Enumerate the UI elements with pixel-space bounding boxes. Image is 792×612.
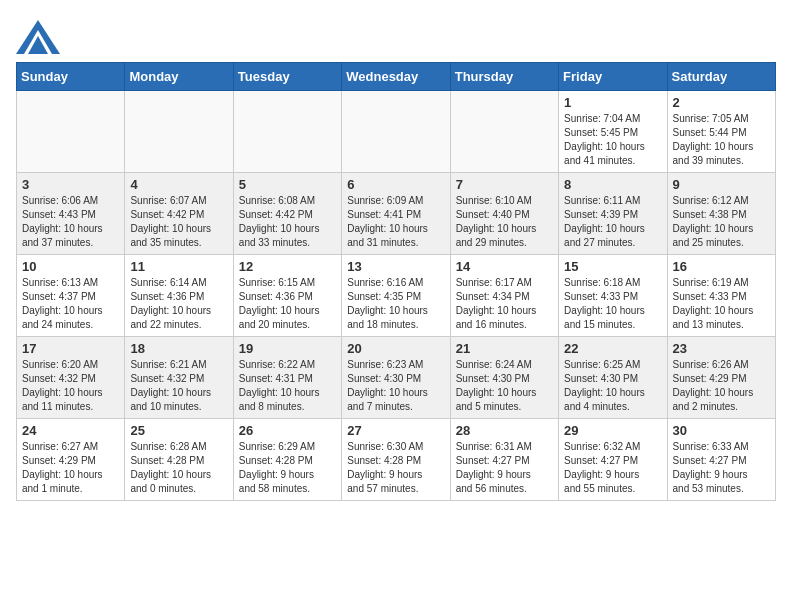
- calendar-cell: 22Sunrise: 6:25 AM Sunset: 4:30 PM Dayli…: [559, 337, 667, 419]
- day-info: Sunrise: 6:26 AM Sunset: 4:29 PM Dayligh…: [673, 358, 770, 414]
- weekday-header-tuesday: Tuesday: [233, 63, 341, 91]
- calendar-cell: 5Sunrise: 6:08 AM Sunset: 4:42 PM Daylig…: [233, 173, 341, 255]
- day-number: 22: [564, 341, 661, 356]
- day-info: Sunrise: 7:04 AM Sunset: 5:45 PM Dayligh…: [564, 112, 661, 168]
- calendar-cell: 9Sunrise: 6:12 AM Sunset: 4:38 PM Daylig…: [667, 173, 775, 255]
- calendar-table: SundayMondayTuesdayWednesdayThursdayFrid…: [16, 62, 776, 501]
- day-info: Sunrise: 6:25 AM Sunset: 4:30 PM Dayligh…: [564, 358, 661, 414]
- day-number: 15: [564, 259, 661, 274]
- day-info: Sunrise: 6:17 AM Sunset: 4:34 PM Dayligh…: [456, 276, 553, 332]
- day-info: Sunrise: 6:29 AM Sunset: 4:28 PM Dayligh…: [239, 440, 336, 496]
- calendar-cell: 16Sunrise: 6:19 AM Sunset: 4:33 PM Dayli…: [667, 255, 775, 337]
- calendar-cell: 8Sunrise: 6:11 AM Sunset: 4:39 PM Daylig…: [559, 173, 667, 255]
- day-info: Sunrise: 6:10 AM Sunset: 4:40 PM Dayligh…: [456, 194, 553, 250]
- day-number: 25: [130, 423, 227, 438]
- calendar-cell: 2Sunrise: 7:05 AM Sunset: 5:44 PM Daylig…: [667, 91, 775, 173]
- day-info: Sunrise: 6:15 AM Sunset: 4:36 PM Dayligh…: [239, 276, 336, 332]
- calendar-cell: 23Sunrise: 6:26 AM Sunset: 4:29 PM Dayli…: [667, 337, 775, 419]
- day-number: 21: [456, 341, 553, 356]
- weekday-header-monday: Monday: [125, 63, 233, 91]
- logo-icon: [16, 16, 60, 54]
- calendar-cell: [450, 91, 558, 173]
- day-number: 13: [347, 259, 444, 274]
- day-number: 2: [673, 95, 770, 110]
- calendar-cell: 20Sunrise: 6:23 AM Sunset: 4:30 PM Dayli…: [342, 337, 450, 419]
- day-info: Sunrise: 6:18 AM Sunset: 4:33 PM Dayligh…: [564, 276, 661, 332]
- logo: [16, 16, 64, 54]
- calendar-week-row: 24Sunrise: 6:27 AM Sunset: 4:29 PM Dayli…: [17, 419, 776, 501]
- day-number: 19: [239, 341, 336, 356]
- day-number: 1: [564, 95, 661, 110]
- calendar-week-row: 3Sunrise: 6:06 AM Sunset: 4:43 PM Daylig…: [17, 173, 776, 255]
- day-info: Sunrise: 6:11 AM Sunset: 4:39 PM Dayligh…: [564, 194, 661, 250]
- calendar-cell: 26Sunrise: 6:29 AM Sunset: 4:28 PM Dayli…: [233, 419, 341, 501]
- day-info: Sunrise: 6:24 AM Sunset: 4:30 PM Dayligh…: [456, 358, 553, 414]
- calendar-cell: [233, 91, 341, 173]
- day-info: Sunrise: 6:22 AM Sunset: 4:31 PM Dayligh…: [239, 358, 336, 414]
- calendar-cell: 19Sunrise: 6:22 AM Sunset: 4:31 PM Dayli…: [233, 337, 341, 419]
- day-info: Sunrise: 6:14 AM Sunset: 4:36 PM Dayligh…: [130, 276, 227, 332]
- calendar-week-row: 17Sunrise: 6:20 AM Sunset: 4:32 PM Dayli…: [17, 337, 776, 419]
- calendar-cell: 21Sunrise: 6:24 AM Sunset: 4:30 PM Dayli…: [450, 337, 558, 419]
- day-info: Sunrise: 6:32 AM Sunset: 4:27 PM Dayligh…: [564, 440, 661, 496]
- day-number: 4: [130, 177, 227, 192]
- weekday-header-friday: Friday: [559, 63, 667, 91]
- day-number: 26: [239, 423, 336, 438]
- weekday-header-sunday: Sunday: [17, 63, 125, 91]
- calendar-cell: 4Sunrise: 6:07 AM Sunset: 4:42 PM Daylig…: [125, 173, 233, 255]
- day-info: Sunrise: 6:28 AM Sunset: 4:28 PM Dayligh…: [130, 440, 227, 496]
- day-info: Sunrise: 6:30 AM Sunset: 4:28 PM Dayligh…: [347, 440, 444, 496]
- day-number: 27: [347, 423, 444, 438]
- day-number: 20: [347, 341, 444, 356]
- day-info: Sunrise: 6:07 AM Sunset: 4:42 PM Dayligh…: [130, 194, 227, 250]
- calendar-cell: 3Sunrise: 6:06 AM Sunset: 4:43 PM Daylig…: [17, 173, 125, 255]
- day-number: 14: [456, 259, 553, 274]
- calendar-cell: 13Sunrise: 6:16 AM Sunset: 4:35 PM Dayli…: [342, 255, 450, 337]
- calendar-cell: 1Sunrise: 7:04 AM Sunset: 5:45 PM Daylig…: [559, 91, 667, 173]
- day-number: 11: [130, 259, 227, 274]
- page-header: [16, 16, 776, 54]
- calendar-cell: 10Sunrise: 6:13 AM Sunset: 4:37 PM Dayli…: [17, 255, 125, 337]
- day-number: 29: [564, 423, 661, 438]
- day-number: 5: [239, 177, 336, 192]
- calendar-cell: 29Sunrise: 6:32 AM Sunset: 4:27 PM Dayli…: [559, 419, 667, 501]
- day-info: Sunrise: 6:19 AM Sunset: 4:33 PM Dayligh…: [673, 276, 770, 332]
- day-info: Sunrise: 6:16 AM Sunset: 4:35 PM Dayligh…: [347, 276, 444, 332]
- calendar-cell: 30Sunrise: 6:33 AM Sunset: 4:27 PM Dayli…: [667, 419, 775, 501]
- calendar-cell: 15Sunrise: 6:18 AM Sunset: 4:33 PM Dayli…: [559, 255, 667, 337]
- day-info: Sunrise: 6:09 AM Sunset: 4:41 PM Dayligh…: [347, 194, 444, 250]
- day-number: 18: [130, 341, 227, 356]
- calendar-cell: 7Sunrise: 6:10 AM Sunset: 4:40 PM Daylig…: [450, 173, 558, 255]
- day-number: 16: [673, 259, 770, 274]
- calendar-cell: 24Sunrise: 6:27 AM Sunset: 4:29 PM Dayli…: [17, 419, 125, 501]
- day-number: 10: [22, 259, 119, 274]
- weekday-header-saturday: Saturday: [667, 63, 775, 91]
- day-number: 17: [22, 341, 119, 356]
- day-number: 12: [239, 259, 336, 274]
- calendar-cell: 25Sunrise: 6:28 AM Sunset: 4:28 PM Dayli…: [125, 419, 233, 501]
- calendar-week-row: 10Sunrise: 6:13 AM Sunset: 4:37 PM Dayli…: [17, 255, 776, 337]
- day-info: Sunrise: 7:05 AM Sunset: 5:44 PM Dayligh…: [673, 112, 770, 168]
- calendar-cell: [125, 91, 233, 173]
- day-number: 6: [347, 177, 444, 192]
- day-number: 9: [673, 177, 770, 192]
- day-info: Sunrise: 6:06 AM Sunset: 4:43 PM Dayligh…: [22, 194, 119, 250]
- calendar-cell: 18Sunrise: 6:21 AM Sunset: 4:32 PM Dayli…: [125, 337, 233, 419]
- day-info: Sunrise: 6:27 AM Sunset: 4:29 PM Dayligh…: [22, 440, 119, 496]
- calendar-cell: 17Sunrise: 6:20 AM Sunset: 4:32 PM Dayli…: [17, 337, 125, 419]
- calendar-cell: [342, 91, 450, 173]
- calendar-cell: [17, 91, 125, 173]
- day-number: 30: [673, 423, 770, 438]
- day-info: Sunrise: 6:21 AM Sunset: 4:32 PM Dayligh…: [130, 358, 227, 414]
- calendar-header-row: SundayMondayTuesdayWednesdayThursdayFrid…: [17, 63, 776, 91]
- day-info: Sunrise: 6:31 AM Sunset: 4:27 PM Dayligh…: [456, 440, 553, 496]
- day-info: Sunrise: 6:08 AM Sunset: 4:42 PM Dayligh…: [239, 194, 336, 250]
- day-info: Sunrise: 6:20 AM Sunset: 4:32 PM Dayligh…: [22, 358, 119, 414]
- weekday-header-thursday: Thursday: [450, 63, 558, 91]
- calendar-cell: 14Sunrise: 6:17 AM Sunset: 4:34 PM Dayli…: [450, 255, 558, 337]
- calendar-week-row: 1Sunrise: 7:04 AM Sunset: 5:45 PM Daylig…: [17, 91, 776, 173]
- day-number: 24: [22, 423, 119, 438]
- calendar-cell: 28Sunrise: 6:31 AM Sunset: 4:27 PM Dayli…: [450, 419, 558, 501]
- day-number: 3: [22, 177, 119, 192]
- day-number: 8: [564, 177, 661, 192]
